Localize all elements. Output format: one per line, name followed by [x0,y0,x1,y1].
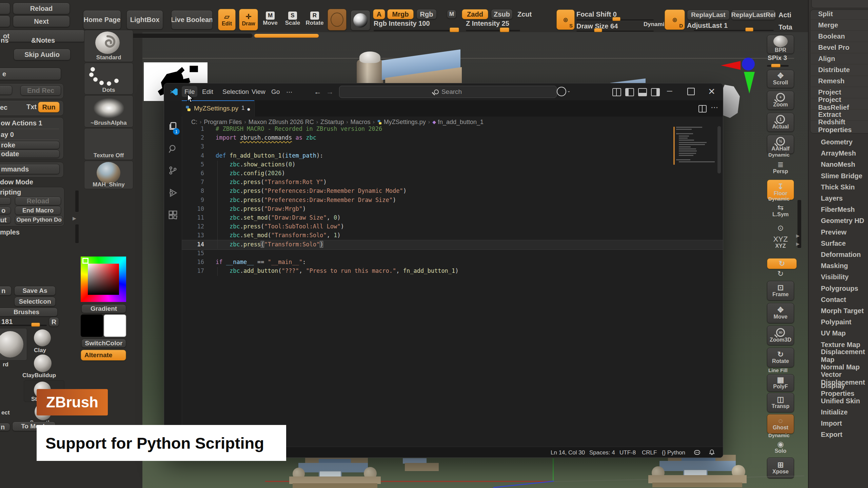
reload-button[interactable]: Reload [13,3,70,14]
home-page-button[interactable]: Home Page [83,10,121,29]
menu-go[interactable]: Go [271,88,280,96]
menu-polygroups[interactable]: Polygroups [812,283,868,294]
gizmo-x-cone[interactable] [721,61,741,70]
show-actions-slider[interactable]: ow Actions 1 [1,119,42,127]
strip-lsym[interactable]: ⇆L.Sym [767,203,794,219]
menu-display-properties[interactable]: Display Properties [812,384,868,395]
draw-button[interactable]: ✛Draw [239,9,258,30]
strip-zoom[interactable]: +Zoom [767,91,794,110]
menu-initialize[interactable]: Initialize [812,407,868,418]
strip-polyf[interactable]: ▦PolyF [767,374,794,392]
close-icon[interactable]: ✕ [708,86,715,97]
color-picker-cursor[interactable] [82,258,88,264]
strip-lock[interactable]: ⊙ [767,220,794,236]
search-input[interactable]: Search [339,86,557,98]
panel-scrollbar[interactable] [75,224,79,243]
rotate-button[interactable]: R Rotate [305,12,324,30]
menu-boolean[interactable]: Boolean [809,31,868,42]
brush-claybuildup[interactable] [34,354,52,372]
strip-scroll[interactable]: ✥Scroll [767,70,794,88]
roke-button-clipped[interactable]: roke [0,141,60,149]
account-icon[interactable] [557,87,566,96]
dynamic-label[interactable]: Dynamic [644,21,668,28]
status-2[interactable]: UTF-8 [619,449,636,456]
code-line[interactable]: zbc.press("Preferences:Draw:Remember Dyn… [216,186,407,195]
status-4[interactable]: {} Python [662,449,685,456]
menu-fibermesh[interactable]: FiberMesh [812,204,868,215]
strip-arrow-icon[interactable]: ▶ [796,241,800,246]
stub-button[interactable] [0,3,10,14]
copilot-icon[interactable] [694,449,701,456]
bell-icon[interactable] [709,449,715,455]
rgb-intensity-slider[interactable] [374,30,456,32]
strip-solo[interactable]: ◉Solo [767,439,794,455]
maximize-icon[interactable] [687,88,695,95]
menu-project-basrelief[interactable]: Project BasRelief [809,98,868,109]
mech-left[interactable] [287,458,393,488]
color-picker[interactable] [81,257,126,302]
select-icon-button[interactable]: SelectIcon [14,297,56,306]
stub-n-button[interactable]: n [0,286,12,296]
brushes-header[interactable]: Brushes [0,308,58,317]
spix-label[interactable]: SPix 3 [768,54,787,62]
code-line[interactable]: zbc.press("Tool:SubTool:All Low") [216,222,344,231]
brush-thumb-large[interactable] [0,328,27,361]
z-intensity-handle[interactable] [500,27,509,32]
stub-ut-button[interactable]: ut [0,216,11,224]
status-0[interactable]: Ln 14, Col 30 [551,449,585,456]
strip-bpr[interactable]: BPR [767,35,794,54]
spix-handle[interactable] [771,64,781,67]
menu-morph-target[interactable]: Morph Target [812,305,868,317]
menu-geometry[interactable]: Geometry [812,137,868,148]
zadd-toggle[interactable]: Zadd [462,9,488,19]
menu-view[interactable]: View [252,88,265,96]
menu-bevel-pro[interactable]: Bevel Pro [809,42,868,53]
e-button-clipped[interactable]: e [0,68,61,80]
scroll-arrow-icon[interactable]: ▶ [73,216,76,221]
code-line[interactable]: zbc.press("Preferences:Draw:Remember Dra… [216,196,396,204]
nav-back-icon[interactable]: ← [314,87,321,96]
strip-ghost[interactable]: ◌Ghost [767,414,794,434]
odate-button-clipped[interactable]: odate [0,150,60,158]
search-view-icon[interactable] [168,144,178,154]
strip-move[interactable]: ✥Move [767,303,794,323]
scale-button[interactable]: S Scale [283,12,302,30]
strip-actual[interactable]: 1Actual [767,113,794,132]
rgb-intensity-handle[interactable] [450,27,459,32]
split-editor-icon[interactable] [698,105,707,113]
alternate-button[interactable]: Alternate [81,350,126,361]
stub-o-button[interactable]: o [0,207,11,214]
live-boolean-button[interactable]: Live Boolean [171,10,213,29]
strip-frame[interactable]: ⊡Frame [767,281,794,301]
menu-polypaint[interactable]: Polypaint [812,317,868,328]
draw-size-slider[interactable] [576,30,654,32]
vscode-titlebar[interactable]: FileEditSelectionViewGo⋯ ← → Search ⌄ ─ … [164,83,723,101]
strip-rotz[interactable]: ↻ [767,270,794,278]
run-button[interactable]: Run [38,102,60,113]
mmands-button-clipped[interactable]: mmands [0,164,60,174]
sidebar-tile-textureoff[interactable]: Texture Off [84,128,133,160]
skip-audio-button[interactable]: Skip Audio [14,49,71,60]
minimize-icon[interactable]: ─ [667,87,672,96]
layout-grid-icon[interactable] [612,88,621,96]
editor-more-icon[interactable]: ⋯ [711,103,718,112]
menu-surface[interactable]: Surface [812,238,868,249]
a-toggle[interactable]: A [373,9,385,19]
menu-contact[interactable]: Contact [812,294,868,305]
stub-button[interactable] [0,85,12,95]
open-python-doc-button[interactable]: Open Python Do [15,216,63,224]
lightbox-button[interactable]: LightBox [126,10,163,29]
code-line[interactable]: def fn_add_button_1(item_path): [216,151,323,160]
current-material-button[interactable] [351,10,370,30]
editor-scrollbar[interactable] [717,126,721,174]
menu-remesh[interactable]: Remesh [809,76,868,87]
menu-edit[interactable]: Edit [202,88,213,96]
code-line[interactable]: zbc.add_button("???", "Press to run this… [216,266,459,275]
stroke-picker-button[interactable]: ◎S [556,9,575,30]
reload-script-button[interactable]: Reload [15,197,61,205]
strip-xpose[interactable]: ⊞Xpose [767,458,794,479]
z-intensity-slider[interactable] [466,30,520,32]
replay-last-rel-button[interactable]: ReplayLastRel [731,10,776,20]
menu-deformation[interactable]: Deformation [812,249,868,260]
menu-merge[interactable]: Merge [809,20,868,31]
